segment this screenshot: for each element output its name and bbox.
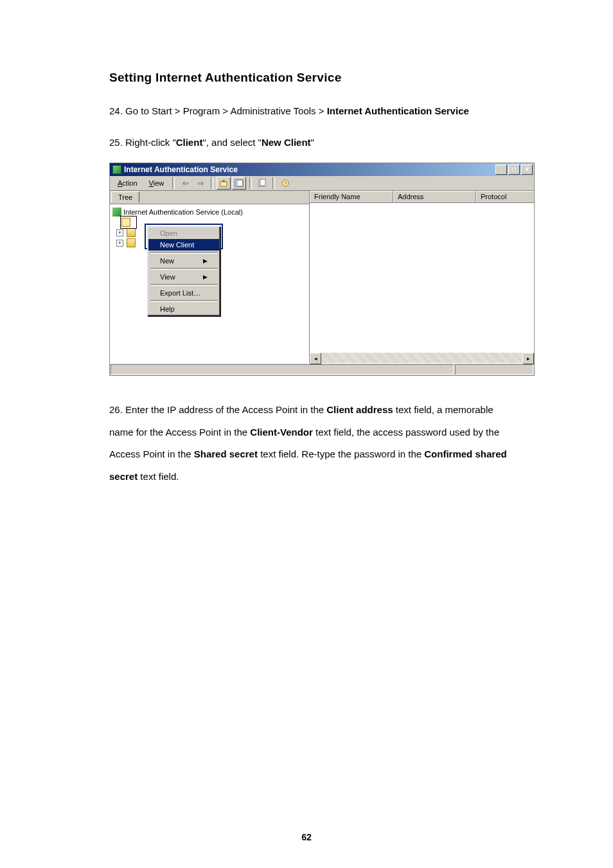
ctx-separator: [150, 252, 218, 254]
step-26-t1: Enter the IP address of the Access Point…: [125, 404, 326, 415]
policy-icon: [127, 238, 136, 247]
toolbar-divider: [172, 177, 175, 189]
tree-pane: Tree Internet Authentication Service (Lo…: [110, 191, 310, 363]
ias-root-icon: [112, 208, 121, 217]
col-protocol[interactable]: Protocol: [476, 191, 534, 202]
step-25-p3: ": [311, 137, 314, 148]
step-26-t4: text field. Re-type the password in the: [258, 448, 424, 459]
svg-rect-4: [260, 179, 265, 186]
context-menu: Open New Client New▶ View▶ Export List… …: [147, 226, 220, 316]
app-icon: [112, 165, 121, 174]
close-button[interactable]: ×: [521, 164, 533, 175]
statusbar: [110, 363, 534, 375]
scroll-right-icon[interactable]: ▸: [522, 353, 534, 364]
horizontal-scrollbar[interactable]: ◂ ▸: [310, 353, 534, 363]
step-26-number: 26.: [109, 404, 123, 415]
page-number: 62: [0, 832, 613, 842]
scroll-left-icon[interactable]: ◂: [310, 353, 321, 364]
step-25-b1: Client: [176, 137, 203, 148]
expander-icon[interactable]: +: [116, 240, 123, 247]
step-24-bold: Internet Authentication Service: [327, 105, 469, 116]
minimize-button[interactable]: _: [495, 164, 507, 175]
ctx-open[interactable]: Open: [148, 227, 219, 239]
step-24-text-prefix: Go to Start > Program > Administrative T…: [125, 105, 327, 116]
ctx-separator: [150, 300, 218, 302]
status-cell-2: [455, 364, 533, 375]
toolbar-divider-3: [249, 177, 252, 189]
ctx-new[interactable]: New▶: [148, 255, 219, 267]
step-25: 25. Right-click "Client", and select "Ne…: [109, 132, 513, 154]
step-26-b3: Shared secret: [194, 448, 258, 459]
menubar: Action View ⇦ ⇨ ?: [110, 176, 534, 191]
ctx-separator: [150, 268, 218, 270]
up-folder-icon[interactable]: [217, 177, 231, 190]
step-25-p2: ", and select ": [202, 137, 262, 148]
step-26: 26. Enter the IP address of the Access P…: [109, 399, 513, 488]
toolbar-divider-4: [272, 177, 275, 189]
step-26-t5: text field.: [138, 471, 179, 482]
forward-icon[interactable]: ⇨: [193, 177, 208, 190]
titlebar[interactable]: Internet Authentication Service _ □ ×: [110, 163, 534, 176]
help-icon[interactable]: ?: [278, 177, 292, 190]
step-24-number: 24.: [109, 105, 123, 116]
step-25-b2: New Client: [262, 137, 311, 148]
ias-window: Internet Authentication Service _ □ × Ac…: [109, 163, 535, 376]
ctx-view[interactable]: View▶: [148, 271, 219, 283]
step-26-b2: Client-Vendor: [250, 427, 313, 438]
svg-rect-0: [220, 182, 227, 186]
window-title: Internet Authentication Service: [124, 165, 495, 174]
ctx-separator: [150, 284, 218, 286]
tree-root[interactable]: Internet Authentication Service (Local): [112, 207, 309, 217]
menu-view[interactable]: View: [144, 178, 170, 188]
maximize-button[interactable]: □: [508, 164, 520, 175]
submenu-arrow-icon: ▶: [203, 274, 208, 280]
step-24: 24. Go to Start > Program > Administrati…: [109, 100, 513, 123]
ctx-export-list[interactable]: Export List…: [148, 287, 219, 299]
list-pane: Friendly Name Address Protocol ◂ ▸: [310, 191, 534, 363]
tree-tab-bar: Tree: [110, 191, 309, 204]
list-header: Friendly Name Address Protocol: [310, 191, 534, 203]
submenu-arrow-icon: ▶: [203, 258, 208, 264]
tree-view[interactable]: Internet Authentication Service (Local) …: [110, 204, 309, 363]
svg-text:?: ?: [284, 181, 287, 186]
status-cell-1: [111, 364, 454, 375]
selection-highlight: [120, 216, 137, 229]
expander-icon[interactable]: +: [116, 229, 123, 236]
ctx-new-client[interactable]: New Client: [148, 239, 219, 251]
col-friendly-name[interactable]: Friendly Name: [310, 191, 393, 202]
show-hide-tree-icon[interactable]: [232, 177, 246, 190]
folder-icon: [127, 228, 136, 237]
menu-action[interactable]: Action: [112, 178, 143, 188]
properties-icon[interactable]: [255, 177, 269, 190]
step-25-number: 25.: [109, 137, 123, 148]
toolbar-divider-2: [211, 177, 213, 189]
list-body[interactable]: ◂ ▸: [310, 203, 534, 363]
tree-root-label: Internet Authentication Service (Local): [123, 208, 243, 216]
step-26-b1: Client address: [326, 404, 393, 415]
col-address[interactable]: Address: [393, 191, 476, 202]
ctx-help[interactable]: Help: [148, 303, 219, 315]
back-icon[interactable]: ⇦: [178, 177, 192, 190]
step-25-p1: Right-click ": [125, 137, 176, 148]
tree-tab[interactable]: Tree: [111, 191, 139, 202]
svg-rect-2: [235, 180, 238, 186]
section-heading: Setting Internet Authentication Service: [109, 71, 513, 85]
